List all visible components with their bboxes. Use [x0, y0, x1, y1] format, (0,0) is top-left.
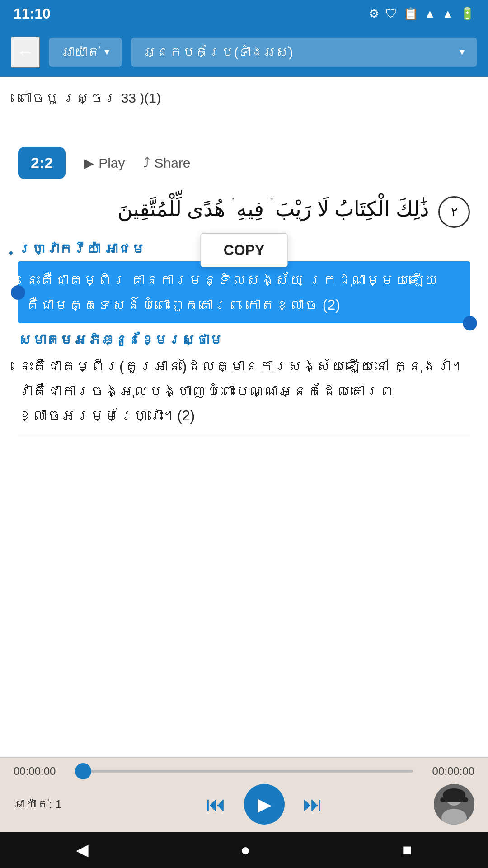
nav-recents-button[interactable]: ■: [402, 840, 412, 859]
play-icon: ▶: [84, 155, 94, 171]
battery-icon: 🔋: [460, 7, 474, 21]
progress-row: 00:00:00 00:00:00: [14, 765, 474, 778]
next-button[interactable]: ⏭: [303, 793, 323, 816]
prev-button[interactable]: ⏮: [206, 793, 226, 816]
verse-circle: ٢: [438, 196, 470, 228]
translation2-label: សមាគមអភិឆ្នូន័ខ្មែរស្ថាម: [18, 332, 470, 348]
status-bar: 11:10 ⚙ 🛡 📋 ▲ ▲ 🔋: [0, 0, 488, 27]
verse-dropdown-label: អាយ៉ាត់: [61, 45, 100, 60]
share-label: Share: [155, 156, 191, 171]
progress-thumb[interactable]: [75, 763, 91, 779]
controls-center: ⏮ ▶ ⏭: [206, 784, 323, 825]
status-time: 11:10: [14, 5, 51, 22]
translator-dropdown[interactable]: អ្នកបកប្រែ(ទាំងអស់) ▾: [131, 38, 477, 67]
clipboard-icon: 📋: [404, 7, 418, 21]
verse-badge[interactable]: 2:2: [18, 147, 66, 179]
chevron-down-icon-2: ▾: [460, 46, 465, 58]
share-button[interactable]: ⤴ Share: [143, 156, 191, 171]
player-verse-label: អាយ៉ាត់: 1: [14, 797, 95, 811]
share-icon: ⤴: [143, 156, 150, 171]
chevron-down-icon: ▾: [104, 46, 109, 58]
arabic-block: ٢ ذَٰلِكَ الْكِتَابُ لَا رَيْبَ ۛ فِيهِ …: [18, 193, 470, 228]
time-start: 00:00:00: [14, 765, 68, 778]
wifi-icon: ▲: [424, 7, 436, 21]
settings-icon: ⚙: [369, 7, 379, 21]
avatar: [434, 784, 474, 825]
translation1-text: នេះគឺជាគម្ពីរ គានការមន្ទិលសង្ស័យ ក្រដុណា…: [25, 272, 438, 312]
nav-back-button[interactable]: ◀: [76, 840, 89, 859]
player-bar: 00:00:00 00:00:00 អាយ៉ាត់: 1 ⏮ ▶ ⏭: [0, 757, 488, 832]
highlighted-text[interactable]: នេះគឺជាគម្ពីរ គានការមន្ទិលសង្ស័យ ក្រដុណា…: [18, 261, 470, 323]
play-pause-button[interactable]: ▶: [244, 784, 285, 825]
translation2-text: នេះគឺជាគម្ពីរ(គួរអាន)ដែលគ្មានការសង្ស័យឡើ…: [18, 354, 470, 428]
selected-text-wrapper: នេះគឺជាគម្ពីរ គានការមន្ទិលសង្ស័យ ក្រដុណា…: [18, 261, 470, 323]
partial-top-text: ពោចបូ ស្រ្ចរ 33 )(1): [18, 77, 470, 115]
verse-dropdown[interactable]: អាយ៉ាត់ ▾: [49, 38, 122, 67]
player-controls: អាយ៉ាត់: 1 ⏮ ▶ ⏭: [14, 781, 474, 827]
translator-dropdown-label: អ្នកបកប្រែ(ទាំងអស់): [144, 45, 293, 60]
arabic-content: ذَٰلِكَ الْكِتَابُ لَا رَيْبَ ۛ فِيهِ ۛ …: [117, 197, 429, 221]
copy-popup[interactable]: COPY: [201, 233, 288, 267]
selection-handle-right: [463, 316, 477, 330]
shield-icon: 🛡: [385, 7, 397, 21]
play-pause-icon: ▶: [258, 794, 272, 815]
signal-icon: ▲: [442, 7, 454, 21]
app-bar: ← អាយ៉ាត់ ▾ អ្នកបកប្រែ(ទាំងអស់) ▾: [0, 27, 488, 77]
verse-header: 2:2 ▶ Play ⤴ Share: [18, 133, 470, 188]
play-label: Play: [99, 156, 125, 171]
back-button[interactable]: ←: [11, 37, 40, 68]
nav-bar: ◀ ● ■: [0, 832, 488, 868]
time-end: 00:00:00: [420, 765, 474, 778]
divider-bottom: [18, 437, 470, 437]
selection-handle-left: [11, 285, 25, 300]
content-area: ពោចបូ ស្រ្ចរ 33 )(1) 2:2 ▶ Play ⤴ Share …: [0, 77, 488, 564]
play-button[interactable]: ▶ Play: [84, 155, 125, 171]
svg-rect-4: [440, 797, 468, 802]
nav-home-button[interactable]: ●: [240, 840, 250, 859]
status-icons: ⚙ 🛡 📋 ▲ ▲ 🔋: [369, 7, 474, 21]
divider-top: [18, 124, 470, 124]
arabic-text[interactable]: ٢ ذَٰلِكَ الْكِتَابُ لَا رَيْبَ ۛ فِيهِ …: [18, 193, 470, 228]
progress-track[interactable]: [75, 770, 413, 773]
